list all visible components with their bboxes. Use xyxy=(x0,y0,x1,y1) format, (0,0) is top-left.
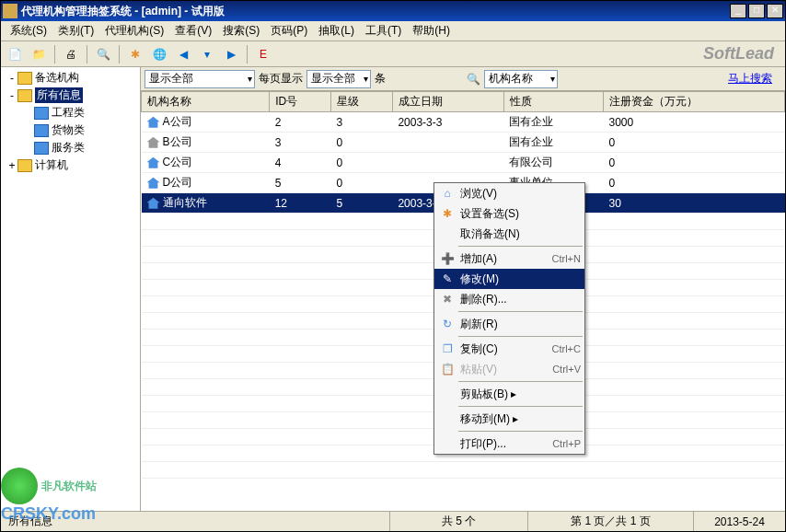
menu-item[interactable]: 系统(S) xyxy=(5,21,52,40)
minimize-button[interactable]: _ xyxy=(730,4,746,18)
filter-combo-1[interactable]: 显示全部 xyxy=(144,70,255,88)
tool-new-icon[interactable]: 📄 xyxy=(5,44,25,64)
app-icon xyxy=(3,4,17,18)
search-link[interactable]: 马上搜索 xyxy=(728,71,772,87)
menu-bar: 系统(S)类别(T)代理机构(S)查看(V)搜索(S)页码(P)抽取(L)工具(… xyxy=(1,21,785,41)
table-row[interactable]: B公司30国有企业0 xyxy=(142,133,785,153)
context-menu-item[interactable]: 取消备选(N) xyxy=(434,224,584,244)
context-menu-item[interactable]: 打印(P)...Ctrl+P xyxy=(434,434,584,454)
filter-label-2: 条 xyxy=(375,71,386,87)
context-menu-item[interactable]: 剪贴板(B) ▸ xyxy=(434,384,584,404)
menu-item[interactable]: 页码(P) xyxy=(265,21,313,40)
tool-search-icon[interactable]: 🔍 xyxy=(93,44,113,64)
menu-item[interactable]: 查看(V) xyxy=(169,21,217,40)
close-button[interactable]: ✕ xyxy=(767,4,783,18)
tool-right-icon[interactable]: ▶ xyxy=(221,44,241,64)
context-menu-item[interactable]: ✱设置备选(S) xyxy=(434,203,584,224)
tool-exit-icon[interactable]: E xyxy=(253,44,273,64)
column-header[interactable]: 星级 xyxy=(331,92,393,112)
context-menu-item[interactable]: ➕增加(A)Ctrl+N xyxy=(434,249,584,269)
menu-item[interactable]: 搜索(S) xyxy=(217,21,265,40)
tool-globe-icon[interactable]: 🌐 xyxy=(149,44,169,64)
menu-item[interactable]: 类别(T) xyxy=(52,21,99,40)
column-header[interactable]: ID号 xyxy=(270,92,331,112)
filter-bar: 显示全部 每页显示 显示全部 条 🔍 机构名称 马上搜索 xyxy=(141,67,785,91)
context-menu-item[interactable]: 移动到(M) ▸ xyxy=(434,409,584,429)
search-field-combo[interactable]: 机构名称 xyxy=(484,70,558,88)
search-icon: 🔍 xyxy=(467,73,480,86)
filter-combo-2[interactable]: 显示全部 xyxy=(306,70,371,88)
menu-item[interactable]: 抽取(L) xyxy=(313,21,360,40)
column-header[interactable]: 注册资金（万元） xyxy=(603,92,784,112)
table-row xyxy=(142,462,785,479)
status-page: 第 1 页／共 1 页 xyxy=(527,512,693,531)
tree-node[interactable]: 货物类 xyxy=(3,121,138,139)
column-header[interactable]: 性质 xyxy=(503,92,603,112)
tree-node[interactable]: -备选机构 xyxy=(3,69,138,87)
filter-label-1: 每页显示 xyxy=(259,71,303,87)
menu-item[interactable]: 代理机构(S) xyxy=(99,21,169,40)
context-menu: ⌂浏览(V)✱设置备选(S)取消备选(N)➕增加(A)Ctrl+N✎修改(M)✖… xyxy=(433,182,585,455)
context-menu-item[interactable]: 📋粘贴(V)Ctrl+V xyxy=(434,359,584,379)
brand-label: SoftLead xyxy=(703,44,781,64)
tree-node[interactable]: 服务类 xyxy=(3,139,138,156)
toolbar: 📄 📁 🖨 🔍 ✱ 🌐 ◀ ▾ ▶ E SoftLead xyxy=(1,41,785,67)
watermark: 非凡软件站 CRSKY.com xyxy=(1,468,97,524)
tree-node[interactable]: +计算机 xyxy=(3,156,138,174)
maximize-button[interactable]: □ xyxy=(748,4,765,18)
tree-sidebar: -备选机构-所有信息工程类货物类服务类+计算机 xyxy=(1,67,141,511)
context-menu-item[interactable]: ❐复制(C)Ctrl+C xyxy=(434,339,584,359)
tool-play-icon[interactable]: ▾ xyxy=(197,44,217,64)
title-bar: 代理机构管理抽签系统 - [admin] - 试用版 _ □ ✕ xyxy=(1,1,785,21)
tool-print-icon[interactable]: 🖨 xyxy=(61,44,81,64)
tree-node[interactable]: 工程类 xyxy=(3,104,138,121)
context-menu-item[interactable]: ✎修改(M) xyxy=(434,269,584,289)
menu-item[interactable]: 帮助(H) xyxy=(407,21,456,40)
window-title: 代理机构管理抽签系统 - [admin] - 试用版 xyxy=(21,4,730,19)
tool-star-icon[interactable]: ✱ xyxy=(125,44,145,64)
menu-item[interactable]: 工具(T) xyxy=(360,21,407,40)
status-date: 2013-5-24 xyxy=(693,512,785,531)
status-count: 共 5 个 xyxy=(389,512,527,531)
content-area: -备选机构-所有信息工程类货物类服务类+计算机 显示全部 每页显示 显示全部 条… xyxy=(1,67,785,511)
context-menu-item[interactable]: ↻刷新(R) xyxy=(434,314,584,334)
window-controls: _ □ ✕ xyxy=(730,4,783,18)
table-row[interactable]: A公司232003-3-3国有企业3000 xyxy=(142,112,785,133)
status-bar: 所有信息 共 5 个 第 1 页／共 1 页 2013-5-24 xyxy=(1,511,785,531)
context-menu-item[interactable]: ⌂浏览(V) xyxy=(434,183,584,203)
context-menu-item[interactable]: ✖删除(R)... xyxy=(434,289,584,309)
tool-folder-icon[interactable]: 📁 xyxy=(29,44,49,64)
column-header[interactable]: 成立日期 xyxy=(392,92,503,112)
tool-left-icon[interactable]: ◀ xyxy=(173,44,193,64)
column-header[interactable]: 机构名称 xyxy=(142,92,270,112)
table-row[interactable]: C公司40有限公司0 xyxy=(142,153,785,173)
tree-node[interactable]: -所有信息 xyxy=(3,87,138,104)
